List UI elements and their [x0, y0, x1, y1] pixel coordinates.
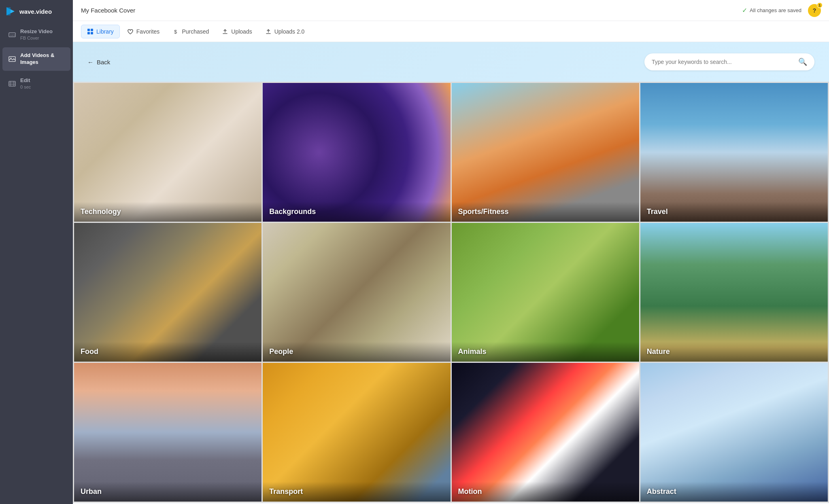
resize-icon: 13:5 [8, 31, 16, 39]
tab-favorites[interactable]: Favorites [121, 25, 166, 38]
tab-favorites-label: Favorites [136, 28, 160, 35]
sidebar-item-edit[interactable]: Edit 0 sec [2, 72, 70, 95]
category-label-technology: Technology [74, 202, 261, 222]
category-label-sports: Sports/Fitness [452, 202, 639, 222]
tab-purchased[interactable]: $ Purchased [167, 25, 215, 38]
category-label-people: People [263, 342, 450, 362]
logo-area: wave.video [0, 0, 73, 23]
search-banner: ← Back 🔍 [73, 42, 829, 82]
project-title-input[interactable] [81, 7, 735, 14]
back-button[interactable]: ← Back [87, 59, 110, 66]
category-label-food: Food [74, 342, 261, 362]
category-card-food[interactable]: Food [74, 223, 261, 362]
sidebar: wave.video 13:5 Resize Video FB Cover Ad… [0, 0, 73, 504]
category-label-animals: Animals [452, 342, 639, 362]
svg-rect-6 [9, 81, 15, 86]
sidebar-resize-sub: FB Cover [20, 35, 53, 41]
tab-uploads2[interactable]: Uploads 2.0 [259, 25, 310, 38]
main-content: ✓ All changes are saved ? 1 Library Favo… [73, 0, 829, 504]
svg-rect-13 [87, 32, 90, 34]
search-input[interactable] [652, 59, 794, 65]
category-card-animals[interactable]: Animals [452, 223, 639, 362]
dollar-icon: $ [172, 28, 179, 35]
save-status: ✓ All changes are saved [742, 6, 801, 14]
category-card-abstract[interactable]: Abstract [640, 363, 828, 502]
topbar: ✓ All changes are saved ? 1 [73, 0, 829, 21]
tab-uploads2-label: Uploads 2.0 [274, 28, 305, 35]
back-label: Back [97, 59, 110, 66]
grid-icon [87, 28, 94, 35]
upload2-icon [265, 28, 272, 35]
category-label-urban: Urban [74, 482, 261, 502]
svg-text:13:5: 13:5 [10, 34, 15, 36]
category-card-motion[interactable]: Motion [452, 363, 639, 502]
category-card-nature[interactable]: Nature [640, 223, 828, 362]
category-card-technology[interactable]: Technology [74, 83, 261, 222]
svg-text:$: $ [174, 29, 177, 35]
sidebar-edit-sub: 0 sec [20, 84, 31, 90]
category-card-travel[interactable]: Travel [640, 83, 828, 222]
tab-library[interactable]: Library [81, 25, 120, 38]
content-area: ← Back 🔍 TechnologyBackgroundsSports/Fit… [73, 42, 829, 504]
category-card-transport[interactable]: Transport [263, 363, 450, 502]
sidebar-item-add-videos[interactable]: Add Videos & Images [2, 47, 70, 71]
category-label-backgrounds: Backgrounds [263, 202, 450, 222]
film-icon [8, 80, 16, 88]
upload-icon [222, 28, 228, 35]
category-card-urban[interactable]: Urban [74, 363, 261, 502]
back-arrow-icon: ← [87, 59, 94, 66]
category-card-backgrounds[interactable]: Backgrounds [263, 83, 450, 222]
category-label-transport: Transport [263, 482, 450, 502]
check-icon: ✓ [742, 6, 747, 14]
logo-text: wave.video [19, 8, 52, 15]
category-label-abstract: Abstract [640, 482, 828, 502]
tab-library-label: Library [96, 28, 114, 35]
category-label-nature: Nature [640, 342, 828, 362]
svg-rect-11 [87, 29, 90, 31]
tab-uploads-label: Uploads [231, 28, 252, 35]
sidebar-item-resize[interactable]: 13:5 Resize Video FB Cover [2, 23, 70, 46]
heart-icon [127, 28, 134, 35]
sidebar-resize-title: Resize Video [20, 28, 53, 35]
help-button[interactable]: ? 1 [808, 4, 821, 17]
search-box: 🔍 [644, 53, 814, 70]
category-card-sports[interactable]: Sports/Fitness [452, 83, 639, 222]
svg-rect-14 [91, 32, 93, 34]
category-grid: TechnologyBackgroundsSports/FitnessTrave… [73, 82, 829, 503]
category-label-travel: Travel [640, 202, 828, 222]
svg-rect-12 [91, 29, 93, 31]
notification-badge: 1 [817, 2, 823, 8]
category-label-motion: Motion [452, 482, 639, 502]
sidebar-add-videos-title: Add Videos & Images [20, 52, 65, 66]
tab-purchased-label: Purchased [182, 28, 209, 35]
tabbar: Library Favorites $ Purchased Uploads [73, 21, 829, 42]
tab-uploads[interactable]: Uploads [216, 25, 257, 38]
svg-marker-1 [6, 7, 11, 15]
logo-icon [5, 6, 16, 17]
save-status-text: All changes are saved [750, 7, 801, 13]
image-icon [8, 55, 16, 63]
search-icon[interactable]: 🔍 [798, 57, 807, 66]
sidebar-edit-title: Edit [20, 77, 31, 84]
category-card-people[interactable]: People [263, 223, 450, 362]
